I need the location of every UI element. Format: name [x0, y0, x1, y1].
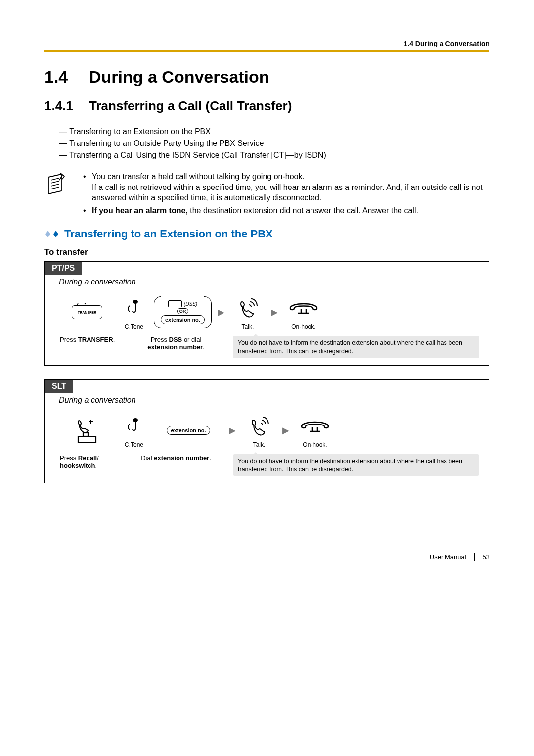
dss-key-icon	[168, 300, 182, 307]
procedure-context: During a conversation	[45, 393, 489, 411]
arrow-icon: ▶	[217, 307, 225, 318]
onhook-icon	[299, 417, 331, 436]
extension-no-pill: extension no.	[161, 315, 205, 324]
tone-icon	[127, 417, 141, 436]
note-icon	[44, 171, 69, 199]
procedure-box-slt: SLT During a conversation	[44, 379, 490, 484]
diamond-bullet-icon	[44, 230, 59, 238]
header-rule	[44, 50, 490, 52]
callout-note: You do not have to inform the destinatio…	[233, 454, 479, 476]
caption-row: Press Recall/hookswitch. Dial extension …	[45, 454, 489, 483]
callout-note: You do not have to inform the destinatio…	[233, 336, 479, 358]
step-dss-or-ext: (DSS) OR extension no.	[154, 298, 212, 326]
caption: Press TRANSFER.	[60, 336, 124, 343]
step-ctone: C.Tone	[119, 294, 149, 330]
caption: Dial extension number.	[129, 454, 223, 462]
arrow-icon: ▶	[228, 425, 237, 436]
footer-page-number: 53	[483, 553, 490, 561]
svg-point-2	[134, 300, 137, 303]
procedure-flow: C.Tone extension no. ▶	[45, 411, 489, 454]
h1-number: 1.4	[44, 67, 89, 87]
step-transfer-key: TRANSFER	[60, 298, 114, 326]
caption: Press Recall/hookswitch.	[60, 454, 124, 469]
procedure-flow: TRANSFER C.Tone	[45, 292, 489, 336]
talk-icon	[235, 296, 260, 321]
step-recall	[60, 417, 114, 444]
dss-label: (DSS)	[184, 301, 197, 307]
footer-separator	[474, 553, 475, 561]
onhook-label: On-hook.	[303, 441, 327, 448]
svg-rect-3	[83, 433, 88, 436]
list-item: Transferring to an Outside Party Using t…	[59, 138, 490, 149]
note-text: the destination extension did not answer…	[188, 206, 418, 215]
h2-title: Transferring a Call (Call Transfer)	[89, 98, 292, 113]
procedure-context: During a conversation	[45, 275, 489, 292]
caption: Press DSS or dial extension number.	[129, 336, 223, 351]
heading-2: 1.4.1Transferring a Call (Call Transfer)	[44, 98, 490, 114]
svg-point-4	[134, 419, 137, 422]
list-item: Transferring to an Extension on the PBX	[59, 126, 490, 138]
ctone-label: C.Tone	[125, 323, 143, 330]
svg-marker-1	[53, 231, 58, 237]
transfer-key-icon: TRANSFER	[72, 305, 102, 319]
note-text: If a call is not retrieved within a spec…	[92, 183, 483, 202]
step-ctone: C.Tone	[119, 413, 149, 448]
step-talk: Talk.	[242, 413, 276, 448]
note-block: You can transfer a held call without tal…	[44, 171, 490, 218]
or-label: OR	[177, 308, 189, 314]
note-body: You can transfer a held call without tal…	[81, 171, 490, 218]
arrow-icon: ▶	[281, 425, 290, 436]
svg-marker-0	[45, 231, 50, 237]
h1-title: During a Conversation	[89, 67, 269, 86]
talk-icon	[247, 414, 271, 439]
procedure-title: To transfer	[44, 247, 490, 257]
talk-label: Talk.	[253, 441, 266, 448]
recall-hookswitch-icon	[72, 417, 102, 444]
caption-row: Press TRANSFER. Press DSS or dial extens…	[45, 336, 489, 365]
arrow-icon: ▶	[270, 307, 279, 318]
procedure-tab: SLT	[45, 380, 73, 393]
heading-1: 1.4During a Conversation	[44, 67, 490, 87]
extension-no-pill: extension no.	[167, 426, 211, 435]
footer-manual-label: User Manual	[430, 553, 466, 561]
tone-icon	[127, 299, 141, 318]
talk-label: Talk.	[242, 323, 254, 330]
h2-number: 1.4.1	[44, 98, 89, 114]
onhook-icon	[287, 298, 320, 318]
running-header: 1.4 During a Conversation	[44, 40, 490, 50]
step-ext: extension no.	[154, 417, 223, 444]
procedure-tab: PT/PS	[45, 262, 82, 275]
step-onhook: On-hook.	[295, 413, 335, 448]
page-footer: User Manual 53	[44, 553, 490, 561]
subheading: Transferring to an Extension on the PBX	[64, 228, 273, 240]
note-text: You can transfer a held call without tal…	[92, 172, 305, 181]
list-item: Transferring a Call Using the ISDN Servi…	[59, 149, 490, 161]
onhook-label: On-hook.	[291, 323, 315, 330]
procedure-box-ptps: PT/PS During a conversation TRANSFER	[44, 261, 490, 366]
ctone-label: C.Tone	[125, 441, 143, 448]
subheading-row: Transferring to an Extension on the PBX	[44, 228, 490, 240]
note-bold: If you hear an alarm tone,	[92, 206, 188, 215]
step-onhook: On-hook.	[284, 294, 323, 330]
topic-list: Transferring to an Extension on the PBX …	[59, 126, 490, 161]
step-talk: Talk.	[230, 294, 265, 330]
